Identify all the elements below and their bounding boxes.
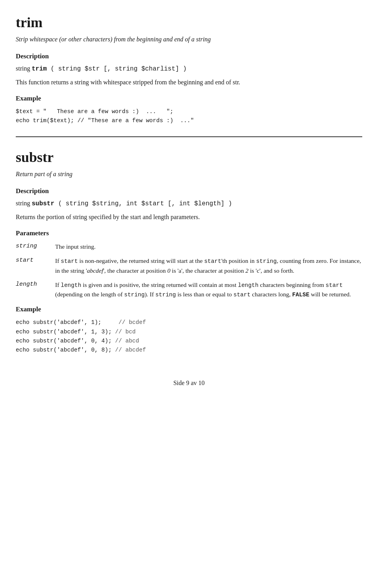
param-desc-start: If start is non-negative, the returned s… bbox=[55, 256, 362, 275]
trim-signature: string trim ( string $str [, string $cha… bbox=[16, 64, 362, 74]
page-footer: Side 9 av 10 bbox=[16, 378, 362, 388]
section-divider bbox=[16, 136, 362, 137]
substr-sig-prefix: string bbox=[16, 200, 32, 207]
substr-params-label: Parameters bbox=[16, 228, 362, 238]
substr-section: substr Return part of a string Descripti… bbox=[16, 147, 362, 355]
param-desc-string: The input string. bbox=[55, 242, 362, 251]
param-row-start: start If start is non-negative, the retu… bbox=[16, 256, 362, 275]
substr-subtitle: Return part of a string bbox=[16, 169, 362, 179]
trim-subtitle: Strip whitespace (or other characters) f… bbox=[16, 35, 362, 44]
param-desc-length: If length is given and is positive, the … bbox=[55, 280, 362, 300]
param-row-string: string The input string. bbox=[16, 242, 362, 251]
substr-example-label: Example bbox=[16, 304, 362, 314]
param-name-string: string bbox=[16, 242, 55, 251]
substr-description-text: Returns the portion of string specified … bbox=[16, 212, 362, 222]
trim-description-label: Description bbox=[16, 51, 362, 61]
substr-title: substr bbox=[16, 147, 362, 168]
param-name-start: start bbox=[16, 256, 55, 275]
trim-sig-prefix: string bbox=[16, 65, 32, 72]
substr-description-label: Description bbox=[16, 186, 362, 196]
param-name-length: length bbox=[16, 280, 55, 300]
trim-example-label: Example bbox=[16, 93, 362, 104]
substr-example-block: echo substr('abcdef', 1); // bcdef echo … bbox=[16, 318, 362, 355]
trim-example-block: $text = " These are a few words :) ... "… bbox=[16, 107, 362, 125]
trim-title: trim bbox=[16, 12, 362, 33]
substr-sig-rest: ( string $string, int $start [, int $len… bbox=[54, 200, 232, 207]
substr-signature: string substr ( string $string, int $sta… bbox=[16, 199, 362, 208]
param-row-length: length If length is given and is positiv… bbox=[16, 280, 362, 300]
trim-example-code: $text = " These are a few words :) ... "… bbox=[16, 107, 362, 125]
substr-example-code: echo substr('abcdef', 1); // bcdef echo … bbox=[16, 318, 362, 355]
substr-params-section: string The input string. start If start … bbox=[16, 242, 362, 299]
trim-sig-rest: ( string $str [, string $charlist] ) bbox=[47, 65, 187, 73]
trim-section: trim Strip whitespace (or other characte… bbox=[16, 12, 362, 125]
trim-description-text: This function returns a string with whit… bbox=[16, 78, 362, 87]
trim-sig-bold: trim bbox=[32, 65, 46, 73]
substr-sig-bold: substr bbox=[32, 200, 54, 207]
footer-text: Side 9 av 10 bbox=[173, 380, 205, 386]
